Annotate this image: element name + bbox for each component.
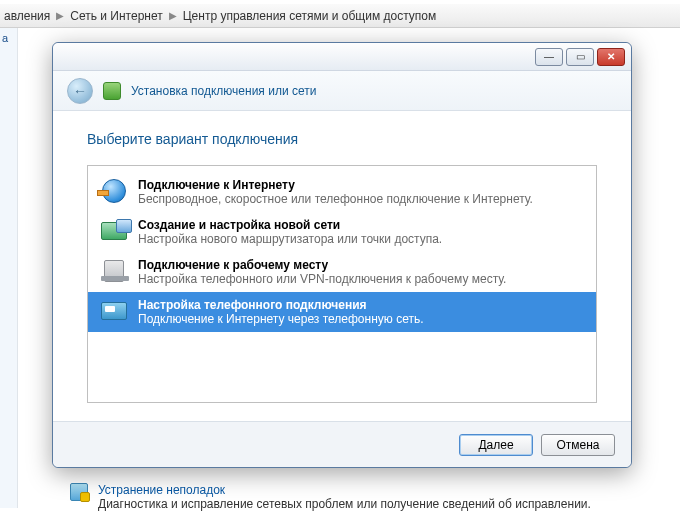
router-icon [100, 218, 128, 244]
option-desc: Подключение к Интернету через телефонную… [138, 312, 424, 326]
globe-icon [100, 178, 128, 204]
breadcrumb-part[interactable]: авления [4, 9, 50, 23]
breadcrumb: авления ▶ Сеть и Интернет ▶ Центр управл… [0, 4, 680, 28]
next-button[interactable]: Далее [459, 434, 533, 456]
option-desc: Настройка телефонного или VPN-подключени… [138, 272, 506, 286]
wizard-footer: Далее Отмена [53, 421, 631, 467]
modem-icon [100, 298, 128, 324]
sidebar-fragment: а [0, 28, 17, 48]
sidebar: а [0, 28, 18, 508]
option-connect-workplace[interactable]: Подключение к рабочему месту Настройка т… [88, 252, 596, 292]
titlebar[interactable]: — ▭ ✕ [53, 43, 631, 71]
connection-options-list: Подключение к Интернету Беспроводное, ск… [87, 165, 597, 403]
option-dialup[interactable]: Настройка телефонного подключения Подклю… [88, 292, 596, 332]
maximize-button[interactable]: ▭ [566, 48, 594, 66]
back-button[interactable]: ← [67, 78, 93, 104]
wizard-banner: ← Установка подключения или сети [53, 71, 631, 111]
breadcrumb-part[interactable]: Центр управления сетями и общим доступом [183, 9, 437, 23]
arrow-left-icon: ← [73, 83, 87, 99]
breadcrumb-part[interactable]: Сеть и Интернет [70, 9, 162, 23]
option-setup-network[interactable]: Создание и настройка новой сети Настройк… [88, 212, 596, 252]
option-title: Создание и настройка новой сети [138, 218, 442, 232]
workplace-icon [100, 258, 128, 284]
option-title: Подключение к Интернету [138, 178, 533, 192]
network-setup-icon [103, 82, 121, 100]
troubleshoot-section: Устранение неполадок Диагностика и испра… [70, 483, 670, 511]
troubleshoot-desc: Диагностика и исправление сетевых пробле… [98, 497, 591, 511]
cancel-button[interactable]: Отмена [541, 434, 615, 456]
wizard-title: Установка подключения или сети [131, 84, 316, 98]
wizard-content: Выберите вариант подключения Подключение… [53, 111, 631, 421]
option-title: Настройка телефонного подключения [138, 298, 424, 312]
close-button[interactable]: ✕ [597, 48, 625, 66]
option-desc: Беспроводное, скоростное или телефонное … [138, 192, 533, 206]
chevron-right-icon: ▶ [56, 10, 64, 21]
minimize-button[interactable]: — [535, 48, 563, 66]
chevron-right-icon: ▶ [169, 10, 177, 21]
wizard-dialog: — ▭ ✕ ← Установка подключения или сети В… [52, 42, 632, 468]
option-desc: Настройка нового маршрутизатора или точк… [138, 232, 442, 246]
troubleshoot-link[interactable]: Устранение неполадок [98, 483, 591, 497]
troubleshoot-icon [70, 483, 88, 501]
option-connect-internet[interactable]: Подключение к Интернету Беспроводное, ск… [88, 172, 596, 212]
option-title: Подключение к рабочему месту [138, 258, 506, 272]
wizard-heading: Выберите вариант подключения [87, 131, 597, 147]
